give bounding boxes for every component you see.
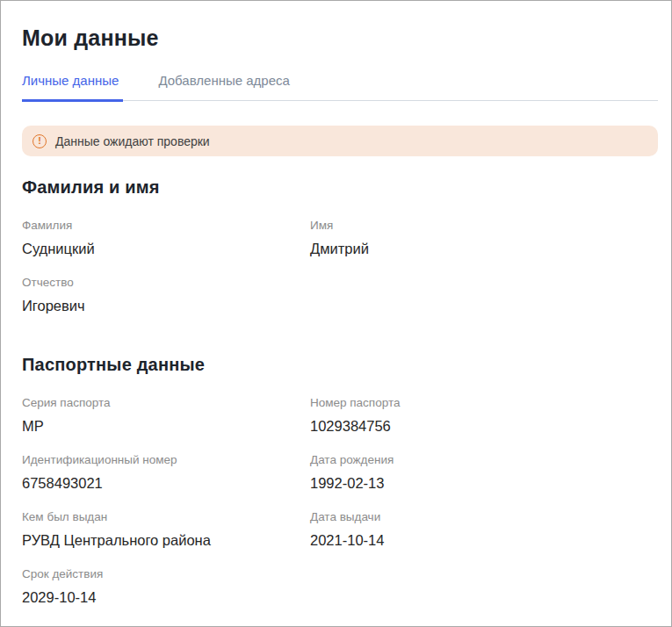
field-passport-series: Серия паспорта МР — [22, 396, 310, 436]
passport-fields-grid: Серия паспорта МР Номер паспорта 1029384… — [22, 396, 658, 607]
field-value: Дмитрий — [310, 239, 658, 258]
tab-bar: Личные данные Добавленные адреса — [22, 74, 658, 101]
field-value: 1029384756 — [310, 416, 658, 436]
field-birth-date: Дата рождения 1992-02-13 — [310, 453, 658, 493]
field-first-name: Имя Дмитрий — [310, 219, 658, 258]
field-value: РУВД Центрального района — [22, 530, 310, 550]
field-label: Серия паспорта — [22, 396, 310, 410]
field-label: Отчество — [22, 276, 310, 290]
field-label: Имя — [310, 219, 658, 233]
my-data-page: Мои данные Личные данные Добавленные адр… — [0, 0, 672, 627]
field-middle-name: Отчество Игоревич — [22, 276, 310, 315]
field-identification-number: Идентификационный номер 6758493021 — [22, 453, 310, 493]
name-fields-grid: Фамилия Судницкий Имя Дмитрий Отчество И… — [22, 219, 658, 315]
warning-circle-icon: ! — [33, 134, 47, 148]
page-title: Мои данные — [22, 25, 658, 51]
section-title-name: Фамилия и имя — [22, 177, 658, 198]
field-value: 6758493021 — [22, 473, 310, 493]
field-label: Срок действия — [22, 567, 310, 581]
section-title-passport: Паспортные данные — [22, 354, 658, 375]
field-empty — [310, 276, 658, 315]
field-last-name: Фамилия Судницкий — [22, 219, 310, 258]
field-issued-by: Кем был выдан РУВД Центрального района — [22, 510, 310, 550]
field-label: Дата выдачи — [310, 510, 658, 524]
field-label: Идентификационный номер — [22, 453, 310, 467]
field-label: Фамилия — [22, 219, 310, 233]
field-value: МР — [22, 416, 310, 436]
tab-added-addresses[interactable]: Добавленные адреса — [158, 74, 289, 100]
field-label: Номер паспорта — [310, 396, 658, 410]
field-issue-date: Дата выдачи 2021-10-14 — [310, 510, 658, 550]
pending-verification-banner: ! Данные ожидают проверки — [22, 126, 658, 156]
field-value: Судницкий — [22, 239, 310, 258]
field-value: 2021-10-14 — [310, 530, 658, 550]
field-passport-number: Номер паспорта 1029384756 — [310, 396, 658, 436]
field-empty — [310, 567, 658, 607]
field-value: Игоревич — [22, 296, 310, 315]
field-value: 2029-10-14 — [22, 587, 310, 607]
field-label: Дата рождения — [310, 453, 658, 467]
banner-text: Данные ожидают проверки — [55, 134, 210, 148]
tab-personal-data[interactable]: Личные данные — [22, 74, 123, 102]
field-expiry-date: Срок действия 2029-10-14 — [22, 567, 310, 607]
field-label: Кем был выдан — [22, 510, 310, 524]
field-value: 1992-02-13 — [310, 473, 658, 493]
